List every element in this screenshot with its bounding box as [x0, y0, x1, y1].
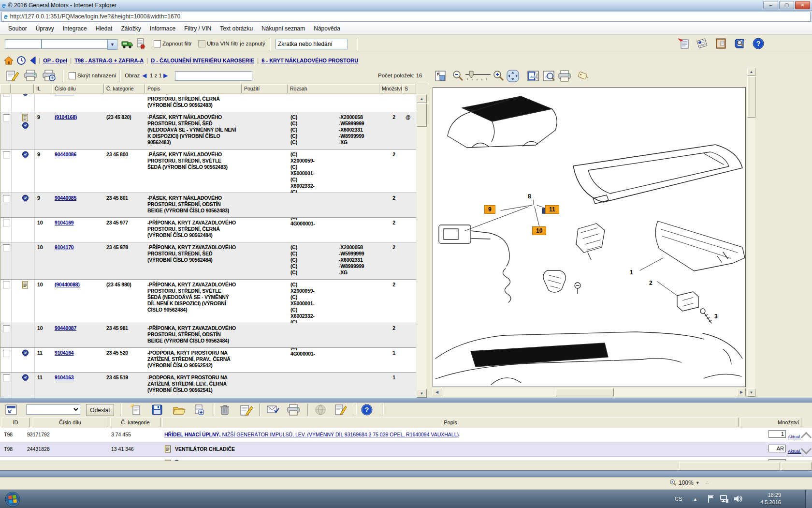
column-header-S[interactable]: S	[402, 84, 416, 93]
menu-item--pravy[interactable]: Úpravy	[31, 24, 58, 33]
seal-icon[interactable]	[22, 151, 29, 159]
row-checkbox[interactable]	[3, 244, 10, 252]
add-icon[interactable]	[192, 403, 205, 416]
menu-item-z-lo-ky[interactable]: Záložky	[116, 24, 145, 33]
callout-3[interactable]: 3	[714, 313, 718, 320]
scroll-up-icon[interactable]: ▲	[417, 94, 427, 103]
row-checkbox[interactable]	[3, 220, 10, 227]
row-checkbox[interactable]	[3, 195, 10, 202]
mail-icon[interactable]	[266, 403, 279, 415]
seal-icon[interactable]	[22, 349, 29, 357]
callout-11[interactable]: 11	[545, 205, 559, 214]
parts-row-9104168[interactable]: 9(9104168)(23 45 820)-PÁSEK, KRYT NÁKLAD…	[0, 112, 416, 149]
edit-icon[interactable]	[239, 403, 253, 417]
hide-replacements-checkbox[interactable]	[69, 72, 76, 79]
hidden-icons-arrow[interactable]: ▲	[693, 497, 697, 502]
list-column-header-Č. kategorie[interactable]: Č. kategorie	[110, 418, 160, 427]
parts-row-9104170[interactable]: 10910417023 45 978-PŘÍPONKA, KRYT ZAVAZA…	[0, 242, 416, 280]
quantity-input[interactable]	[768, 445, 786, 452]
list-hscroll-corner[interactable]	[782, 462, 812, 470]
news-icon[interactable]	[696, 37, 709, 50]
list-column-header-ID[interactable]: ID	[1, 418, 30, 427]
menu-item-informace[interactable]: Informace	[145, 24, 180, 33]
clock-date[interactable]: 4.5.2016	[746, 499, 781, 505]
print-icon-slot[interactable]	[23, 69, 38, 82]
select-image-icon[interactable]	[526, 70, 540, 82]
part-number-link[interactable]: 9104164	[55, 350, 103, 356]
menu-item-filtry-vin[interactable]: Filtry / VIN	[180, 24, 216, 33]
column-header-Rozsah[interactable]: Rozsah	[288, 84, 379, 93]
delete-icon[interactable]	[218, 403, 231, 416]
image-hscrollbar[interactable]: ◀ ▶	[433, 388, 746, 396]
parts-row-9104163[interactable]: 11910416323 45 519-PODPORA, KRYT PROSTOR…	[0, 373, 416, 397]
tag-icon[interactable]	[577, 70, 589, 82]
breadcrumb-link-2[interactable]: D - ČALOUNĚNÍ INTERIÉRU KAROSERIE	[151, 58, 254, 63]
fit-image-icon[interactable]	[434, 70, 447, 82]
part-number-link[interactable]: 90440085	[55, 195, 103, 201]
column-header-Číslo dílu[interactable]: Číslo dílu	[52, 84, 104, 93]
help-icon[interactable]: ?	[752, 37, 765, 50]
web-icon[interactable]	[314, 403, 327, 416]
part-number-link[interactable]: 9104163	[55, 374, 103, 381]
menu-item-integrace[interactable]: Integrace	[58, 24, 91, 33]
scroll-left-icon[interactable]: ◀	[433, 388, 441, 396]
print-icon[interactable]	[557, 70, 572, 82]
search-book-icon[interactable]	[733, 37, 747, 50]
parts-row-90440086[interactable]: 99044008623 45 800-PÁSEK, KRYT NÁKLADOVÉ…	[0, 149, 416, 193]
row-checkbox[interactable]	[3, 114, 10, 121]
open-icon[interactable]	[172, 403, 186, 416]
column-header-Množství[interactable]: Množství	[379, 84, 402, 93]
network-icon[interactable]	[719, 494, 729, 503]
help-icon[interactable]: ?	[361, 403, 373, 416]
lookup-input[interactable]	[42, 39, 108, 49]
row-checkbox[interactable]	[3, 325, 10, 332]
breadcrumb-link-1[interactable]: T98 - ASTRA-G + ZAFIRA-A	[74, 58, 144, 63]
parts-row-9104169[interactable]: 10910416923 45 977-PŘÍPONKA, KRYT ZAVAZA…	[0, 218, 416, 242]
send-button[interactable]: Odeslat	[86, 404, 114, 416]
zoom-out-icon[interactable]	[452, 70, 464, 82]
note-icon[interactable]	[22, 281, 29, 289]
part-number-link[interactable]: (90440088)	[55, 282, 103, 288]
lookup-dropdown-button[interactable]: ▼	[107, 39, 117, 50]
edit-icon-slot[interactable]	[5, 69, 19, 83]
list-hscroll-track[interactable]	[679, 462, 780, 470]
scroll-up-icon[interactable]: ▲	[747, 68, 755, 76]
clock-time[interactable]: 18:29	[750, 492, 781, 498]
note-icon[interactable]	[22, 114, 29, 121]
list-row-24431828[interactable]: T982443182813 41 346VENTILÁTOR CHLADIČEA…	[0, 442, 812, 457]
column-header-Č. kategorie[interactable]: Č. kategorie	[104, 84, 145, 93]
zoom-control[interactable]: 100% ▼ ∴	[669, 479, 709, 486]
window-titlebar[interactable]: e © 2016 General Motors - Internet Explo…	[0, 0, 812, 11]
callout-2[interactable]: 2	[649, 280, 652, 286]
list-description-link[interactable]: HŘÍDEL HNACÍ ÚPLNÝ, NIŽŠÍ GENERÁTOR IMPU…	[164, 432, 459, 438]
part-number-link[interactable]: 90440087	[55, 325, 103, 331]
parts-row-90440088[interactable]: 10(90440088)(23 45 980)-PŘÍPONKA, KRYT Z…	[0, 280, 416, 323]
new-icon[interactable]	[130, 403, 142, 416]
column-header-Popis[interactable]: Popis	[145, 84, 242, 93]
row-checkbox[interactable]	[3, 374, 10, 382]
url-field[interactable]: e http://127.0.0.1:351/PQMace/login.fve?…	[1, 12, 811, 22]
start-button[interactable]	[4, 491, 22, 508]
prev-image-icon[interactable]: ◀	[142, 72, 146, 79]
parts-row-9104167[interactable]: 9910416723 45 819-PÁSEK, KRYT NÁKLADOVÉH…	[0, 94, 416, 112]
home-icon-slot[interactable]	[4, 56, 14, 65]
menu-item-n-pov-da[interactable]: Nápověda	[309, 24, 345, 33]
list-row-93170622[interactable]: T989317062246 50 078	[0, 457, 812, 461]
part-number-link[interactable]: 9104167	[55, 94, 103, 96]
pan-icon[interactable]	[506, 70, 520, 82]
enable-filter-checkbox[interactable]	[154, 40, 161, 47]
breadcrumb-link-0[interactable]: OP - Opel	[43, 58, 67, 63]
seal-icon[interactable]	[22, 122, 29, 130]
document-seal-icon-slot[interactable]	[135, 38, 146, 49]
save-icon[interactable]	[151, 403, 163, 416]
history-icon-slot[interactable]	[16, 56, 26, 65]
row-checkbox[interactable]	[3, 151, 10, 159]
menu-item-text-obr-zku[interactable]: Text obrázku	[216, 24, 257, 33]
quantity-input[interactable]	[768, 430, 786, 438]
parts-scrollbar[interactable]: ▲ ▼	[417, 94, 427, 398]
seal-icon[interactable]	[22, 94, 29, 97]
callout-8[interactable]: 8	[528, 193, 531, 200]
parts-row-9104164[interactable]: 11910416423 45 520-PODPORA, KRYT PROSTOR…	[0, 348, 416, 373]
scroll-down-icon[interactable]: ▼	[747, 388, 755, 397]
menu-item-n-kupn-seznam[interactable]: Nákupní seznam	[257, 24, 309, 33]
